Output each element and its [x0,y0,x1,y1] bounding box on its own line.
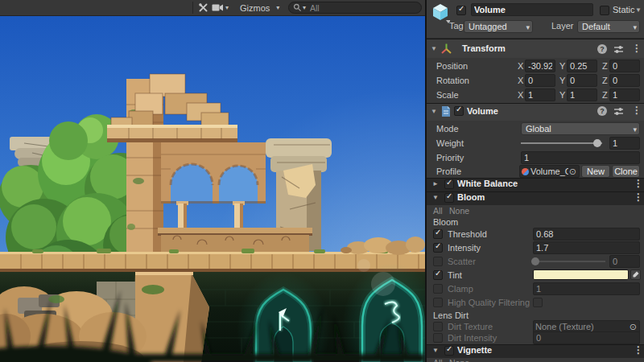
vignette-checkbox[interactable] [444,346,454,356]
white-balance-menu-icon[interactable]: ⋮ [634,178,643,189]
volume-script-icon [441,105,451,117]
position-label: Position [436,60,468,72]
slider-track[interactable] [521,142,602,144]
vignette-title: Vignette [457,344,492,356]
weight-label: Weight [436,137,464,150]
scene-viewport[interactable] [0,16,425,362]
dirt-intensity-checkbox[interactable] [433,333,443,343]
object-picker-icon[interactable]: ⊙ [629,321,638,332]
axis-x-label: X [518,88,523,101]
scale-z-field[interactable] [609,88,640,101]
tint-checkbox[interactable] [433,270,443,280]
static-label: Static [613,3,635,16]
intensity-label: Intensity [448,241,481,254]
scene-search-box[interactable]: ▾ [288,2,422,14]
vignette-all-button[interactable]: All [433,358,443,362]
dirt-intensity-field[interactable] [533,331,640,344]
profile-object-field[interactable]: Volume_Gl ⊙ [519,165,580,178]
scatter-value-field[interactable] [609,255,640,268]
bloom-foldout[interactable]: ▼ [432,194,439,201]
position-x-field[interactable] [525,60,555,72]
priority-field[interactable] [521,151,640,164]
layer-label: Layer [551,19,574,32]
axis-y-label: Y [559,88,565,101]
toolbar-separator [192,2,193,14]
rotation-x-field[interactable] [525,74,555,87]
scene-search-input[interactable] [308,2,408,14]
profile-clone-button[interactable]: Clone [612,165,640,178]
bloom-checkbox[interactable] [444,193,454,203]
clamp-checkbox[interactable] [433,284,443,294]
volume-foldout[interactable]: ▼ [431,108,437,115]
tools-icon [198,2,208,13]
slider-knob[interactable] [593,139,601,147]
position-y-field[interactable] [567,60,597,72]
scatter-slider[interactable] [531,255,605,268]
threshold-field[interactable] [533,228,640,241]
rotation-y-field[interactable] [567,74,597,87]
volume-title: Volume [467,105,498,117]
unity-editor-window: ▾ Gizmos ▾ ▾ [0,0,644,362]
slider-knob[interactable] [531,257,539,265]
profile-new-button[interactable]: New [581,165,610,178]
transform-foldout[interactable]: ▼ [431,45,437,52]
scene-camera-dropdown[interactable]: ▾ [212,1,229,14]
weight-value-field[interactable] [609,137,640,150]
tag-label: Tag [449,19,464,32]
vignette-foldout[interactable]: ▼ [432,347,439,354]
dirt-intensity-label: Dirt Intensity [448,331,497,344]
slider-track[interactable] [531,261,605,262]
gameobject-cube-icon[interactable] [431,2,450,23]
gizmos-dropdown[interactable]: Gizmos ▾ [240,1,279,14]
layer-dropdown[interactable]: Default [577,20,640,33]
dirt-texture-checkbox[interactable] [433,322,443,331]
scale-x-field[interactable] [525,88,555,101]
position-z-field[interactable] [609,60,640,72]
mode-dropdown[interactable]: Global [521,122,640,135]
mode-label: Mode [436,122,459,135]
threshold-checkbox[interactable] [433,229,443,239]
vignette-none-button[interactable]: None [449,358,469,362]
tint-color-swatch[interactable] [533,269,629,280]
static-dropdown-arrow[interactable]: ▼ [635,6,642,14]
presets-icon[interactable] [613,44,624,55]
help-icon[interactable]: ? [597,44,607,54]
gizmos-label: Gizmos [240,3,270,13]
help-icon[interactable]: ? [597,106,607,116]
gameobject-active-checkbox[interactable] [456,6,466,15]
scene-toolbar: ▾ Gizmos ▾ ▾ [0,0,425,16]
priority-label: Priority [436,151,464,164]
intensity-checkbox[interactable] [433,243,443,253]
intensity-field[interactable] [533,241,640,254]
object-picker-icon[interactable]: ⊙ [568,166,577,177]
volume-enabled-checkbox[interactable] [454,106,464,116]
hqf-label: High Quality Filtering [448,296,532,309]
eyedropper-button[interactable] [630,269,641,280]
volume-profile-icon [522,168,529,175]
clamp-label: Clamp [448,282,473,295]
hqf-checkbox[interactable] [433,298,443,307]
scene-tools-button[interactable] [198,1,208,14]
white-balance-foldout[interactable]: ► [432,180,439,187]
scatter-checkbox[interactable] [433,257,443,266]
rotation-z-field[interactable] [609,74,640,87]
gameobject-name-field[interactable] [471,3,593,16]
axis-x-label: X [518,74,523,87]
bloom-group-label: Bloom [433,216,458,228]
tag-dropdown[interactable]: Untagged [464,20,533,33]
transform-menu-icon[interactable]: ⋮ [632,43,642,54]
search-icon [293,3,302,12]
hqf-value-checkbox[interactable] [533,298,543,307]
presets-icon[interactable] [613,106,624,117]
scale-y-field[interactable] [567,88,597,101]
threshold-label: Threshold [448,228,487,241]
weight-slider[interactable] [521,137,602,150]
bloom-menu-icon[interactable]: ⋮ [634,191,643,203]
white-balance-checkbox[interactable] [444,179,454,189]
axis-z-label: Z [602,88,608,101]
volume-menu-icon[interactable]: ⋮ [632,105,642,116]
static-checkbox[interactable] [600,6,609,15]
clamp-field[interactable] [533,282,640,295]
vignette-menu-icon[interactable]: ⋮ [634,344,643,356]
transform-header[interactable] [427,39,644,58]
